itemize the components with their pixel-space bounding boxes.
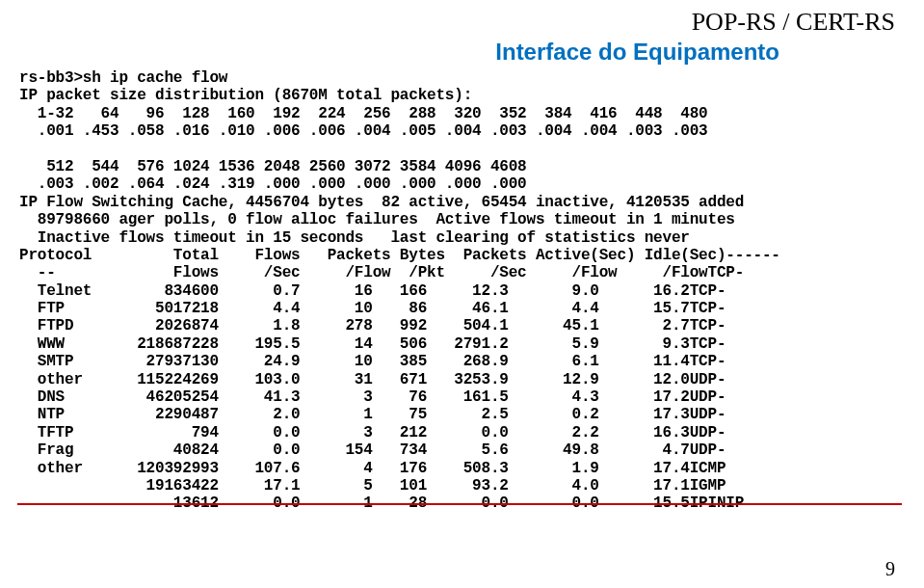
table-row: FTP 5017218 4.4 10 86 46.1 4.4 15.7TCP- xyxy=(19,300,726,317)
table-row: FTPD 2026874 1.8 278 992 504.1 45.1 2.7T… xyxy=(19,317,726,334)
table-row: TFTP 794 0.0 3 212 0.0 2.2 16.3UDP- xyxy=(19,424,726,441)
table-row: NTP 2290487 2.0 1 75 2.5 0.2 17.3UDP- xyxy=(19,406,726,423)
header-title: POP-RS / CERT-RS xyxy=(692,8,895,37)
cache-line3: Inactive flows timeout in 15 seconds las… xyxy=(19,229,690,247)
cache-line2: 89798660 ager polls, 0 flow alloc failur… xyxy=(19,211,735,228)
table-row: other 120392993 107.6 4 176 508.3 1.9 17… xyxy=(19,460,726,477)
dist-row1-values: .001 .453 .058 .016 .010 .006 .006 .004 … xyxy=(19,122,708,140)
section-subtitle: Interface do Equipamento xyxy=(495,39,779,66)
table-row: WWW 218687228 195.5 14 506 2791.2 5.9 9.… xyxy=(19,335,726,353)
cache-line1: IP Flow Switching Cache, 4456704 bytes 8… xyxy=(19,194,744,211)
dist-row2-values: .003 .002 .064 .024 .319 .000 .000 .000 … xyxy=(19,175,527,193)
dist-row2-labels: 512 544 576 1024 1536 2048 2560 3072 358… xyxy=(19,158,527,175)
table-header1: Protocol Total Flows Packets Bytes Packe… xyxy=(19,247,780,264)
dist-line: IP packet size distribution (8670M total… xyxy=(19,87,472,104)
table-row: Telnet 834600 0.7 16 166 12.3 9.0 16.2TC… xyxy=(19,282,726,300)
terminal-output: rs-bb3>sh ip cache flow IP packet size d… xyxy=(19,69,780,513)
prompt-line: rs-bb3>sh ip cache flow xyxy=(19,69,227,87)
dist-row1-labels: 1-32 64 96 128 160 192 224 256 288 320 3… xyxy=(19,105,708,122)
table-row: 19163422 17.1 5 101 93.2 4.0 17.1IGMP xyxy=(19,477,726,494)
table-header2: -- Flows /Sec /Flow /Pkt /Sec /Flow /Flo… xyxy=(19,264,744,281)
table-row: other 115224269 103.0 31 671 3253.9 12.9… xyxy=(19,371,726,388)
table-row: SMTP 27937130 24.9 10 385 268.9 6.1 11.4… xyxy=(19,353,726,370)
table-row: DNS 46205254 41.3 3 76 161.5 4.3 17.2UDP… xyxy=(19,388,726,406)
divider xyxy=(17,503,902,505)
page-number: 9 xyxy=(885,558,895,580)
table-row: Frag 40824 0.0 154 734 5.6 49.8 4.7UDP- xyxy=(19,441,726,459)
